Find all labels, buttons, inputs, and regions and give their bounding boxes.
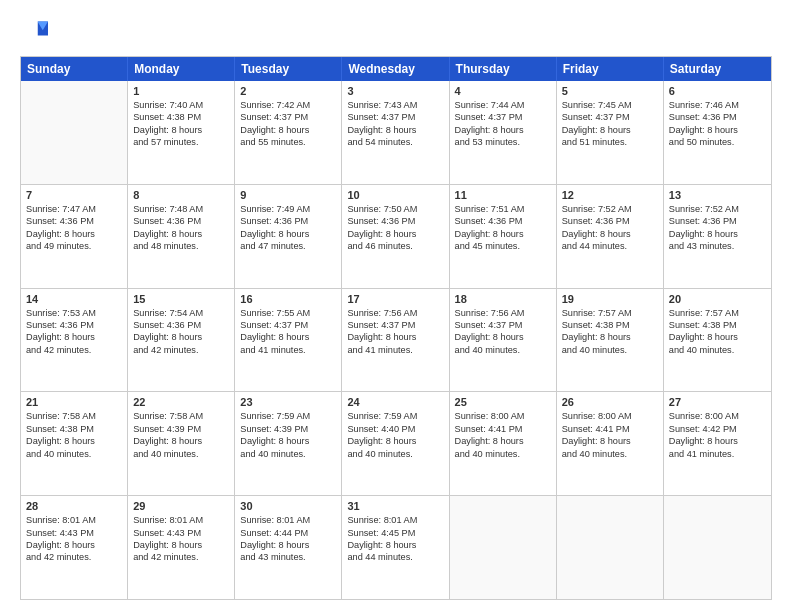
- calendar-row-1: 7Sunrise: 7:47 AMSunset: 4:36 PMDaylight…: [21, 184, 771, 288]
- cell-line-0: Sunrise: 7:40 AM: [133, 99, 229, 111]
- day-number: 20: [669, 293, 766, 305]
- day-cell-21: 21Sunrise: 7:58 AMSunset: 4:38 PMDayligh…: [21, 392, 128, 495]
- cell-line-0: Sunrise: 7:55 AM: [240, 307, 336, 319]
- day-cell-12: 12Sunrise: 7:52 AMSunset: 4:36 PMDayligh…: [557, 185, 664, 288]
- cell-line-1: Sunset: 4:36 PM: [455, 215, 551, 227]
- cell-line-3: and 40 minutes.: [347, 448, 443, 460]
- day-number: 16: [240, 293, 336, 305]
- cell-line-0: Sunrise: 7:53 AM: [26, 307, 122, 319]
- day-number: 8: [133, 189, 229, 201]
- cell-line-1: Sunset: 4:36 PM: [347, 215, 443, 227]
- calendar: SundayMondayTuesdayWednesdayThursdayFrid…: [20, 56, 772, 600]
- day-cell-20: 20Sunrise: 7:57 AMSunset: 4:38 PMDayligh…: [664, 289, 771, 392]
- cell-line-1: Sunset: 4:36 PM: [562, 215, 658, 227]
- cell-line-0: Sunrise: 7:46 AM: [669, 99, 766, 111]
- cell-line-3: and 50 minutes.: [669, 136, 766, 148]
- day-cell-6: 6Sunrise: 7:46 AMSunset: 4:36 PMDaylight…: [664, 81, 771, 184]
- cell-line-1: Sunset: 4:37 PM: [455, 319, 551, 331]
- cell-line-0: Sunrise: 7:42 AM: [240, 99, 336, 111]
- cell-line-2: Daylight: 8 hours: [455, 331, 551, 343]
- day-number: 7: [26, 189, 122, 201]
- day-number: 10: [347, 189, 443, 201]
- cell-line-1: Sunset: 4:36 PM: [133, 215, 229, 227]
- day-cell-1: 1Sunrise: 7:40 AMSunset: 4:38 PMDaylight…: [128, 81, 235, 184]
- cell-line-1: Sunset: 4:43 PM: [133, 527, 229, 539]
- cell-line-3: and 55 minutes.: [240, 136, 336, 148]
- cell-line-1: Sunset: 4:36 PM: [669, 215, 766, 227]
- day-cell-18: 18Sunrise: 7:56 AMSunset: 4:37 PMDayligh…: [450, 289, 557, 392]
- cell-line-1: Sunset: 4:36 PM: [133, 319, 229, 331]
- cell-line-3: and 43 minutes.: [669, 240, 766, 252]
- day-cell-7: 7Sunrise: 7:47 AMSunset: 4:36 PMDaylight…: [21, 185, 128, 288]
- cell-line-2: Daylight: 8 hours: [562, 228, 658, 240]
- cell-line-3: and 42 minutes.: [133, 551, 229, 563]
- day-number: 19: [562, 293, 658, 305]
- empty-cell: [450, 496, 557, 599]
- cell-line-3: and 41 minutes.: [347, 344, 443, 356]
- cell-line-0: Sunrise: 8:01 AM: [133, 514, 229, 526]
- day-number: 29: [133, 500, 229, 512]
- cell-line-2: Daylight: 8 hours: [347, 539, 443, 551]
- cell-line-0: Sunrise: 7:57 AM: [669, 307, 766, 319]
- cell-line-3: and 40 minutes.: [133, 448, 229, 460]
- cell-line-3: and 40 minutes.: [669, 344, 766, 356]
- calendar-row-3: 21Sunrise: 7:58 AMSunset: 4:38 PMDayligh…: [21, 391, 771, 495]
- day-cell-3: 3Sunrise: 7:43 AMSunset: 4:37 PMDaylight…: [342, 81, 449, 184]
- cell-line-1: Sunset: 4:37 PM: [240, 319, 336, 331]
- cell-line-3: and 45 minutes.: [455, 240, 551, 252]
- day-number: 15: [133, 293, 229, 305]
- page: SundayMondayTuesdayWednesdayThursdayFrid…: [0, 0, 792, 612]
- cell-line-2: Daylight: 8 hours: [133, 539, 229, 551]
- day-cell-9: 9Sunrise: 7:49 AMSunset: 4:36 PMDaylight…: [235, 185, 342, 288]
- day-cell-26: 26Sunrise: 8:00 AMSunset: 4:41 PMDayligh…: [557, 392, 664, 495]
- cell-line-2: Daylight: 8 hours: [347, 124, 443, 136]
- cell-line-1: Sunset: 4:36 PM: [26, 215, 122, 227]
- calendar-body: 1Sunrise: 7:40 AMSunset: 4:38 PMDaylight…: [21, 81, 771, 599]
- cell-line-0: Sunrise: 7:43 AM: [347, 99, 443, 111]
- cell-line-3: and 41 minutes.: [669, 448, 766, 460]
- cell-line-1: Sunset: 4:37 PM: [562, 111, 658, 123]
- cell-line-2: Daylight: 8 hours: [133, 435, 229, 447]
- day-cell-19: 19Sunrise: 7:57 AMSunset: 4:38 PMDayligh…: [557, 289, 664, 392]
- day-cell-11: 11Sunrise: 7:51 AMSunset: 4:36 PMDayligh…: [450, 185, 557, 288]
- calendar-row-2: 14Sunrise: 7:53 AMSunset: 4:36 PMDayligh…: [21, 288, 771, 392]
- cell-line-3: and 53 minutes.: [455, 136, 551, 148]
- day-number: 25: [455, 396, 551, 408]
- day-cell-17: 17Sunrise: 7:56 AMSunset: 4:37 PMDayligh…: [342, 289, 449, 392]
- cell-line-2: Daylight: 8 hours: [240, 435, 336, 447]
- day-cell-4: 4Sunrise: 7:44 AMSunset: 4:37 PMDaylight…: [450, 81, 557, 184]
- cell-line-3: and 40 minutes.: [562, 344, 658, 356]
- cell-line-0: Sunrise: 7:56 AM: [455, 307, 551, 319]
- cell-line-1: Sunset: 4:41 PM: [562, 423, 658, 435]
- cell-line-2: Daylight: 8 hours: [455, 435, 551, 447]
- day-number: 1: [133, 85, 229, 97]
- day-number: 18: [455, 293, 551, 305]
- day-cell-24: 24Sunrise: 7:59 AMSunset: 4:40 PMDayligh…: [342, 392, 449, 495]
- cell-line-1: Sunset: 4:37 PM: [347, 319, 443, 331]
- cell-line-3: and 48 minutes.: [133, 240, 229, 252]
- day-cell-2: 2Sunrise: 7:42 AMSunset: 4:37 PMDaylight…: [235, 81, 342, 184]
- weekday-header-saturday: Saturday: [664, 57, 771, 81]
- cell-line-2: Daylight: 8 hours: [347, 435, 443, 447]
- cell-line-0: Sunrise: 7:47 AM: [26, 203, 122, 215]
- empty-cell: [664, 496, 771, 599]
- cell-line-2: Daylight: 8 hours: [26, 539, 122, 551]
- cell-line-2: Daylight: 8 hours: [240, 228, 336, 240]
- day-number: 28: [26, 500, 122, 512]
- day-number: 11: [455, 189, 551, 201]
- cell-line-3: and 42 minutes.: [26, 551, 122, 563]
- cell-line-2: Daylight: 8 hours: [669, 228, 766, 240]
- day-number: 9: [240, 189, 336, 201]
- cell-line-2: Daylight: 8 hours: [669, 124, 766, 136]
- day-number: 30: [240, 500, 336, 512]
- cell-line-3: and 40 minutes.: [26, 448, 122, 460]
- day-number: 26: [562, 396, 658, 408]
- cell-line-0: Sunrise: 7:44 AM: [455, 99, 551, 111]
- day-number: 6: [669, 85, 766, 97]
- cell-line-2: Daylight: 8 hours: [347, 331, 443, 343]
- day-cell-23: 23Sunrise: 7:59 AMSunset: 4:39 PMDayligh…: [235, 392, 342, 495]
- cell-line-1: Sunset: 4:36 PM: [240, 215, 336, 227]
- cell-line-3: and 57 minutes.: [133, 136, 229, 148]
- day-number: 2: [240, 85, 336, 97]
- cell-line-2: Daylight: 8 hours: [562, 331, 658, 343]
